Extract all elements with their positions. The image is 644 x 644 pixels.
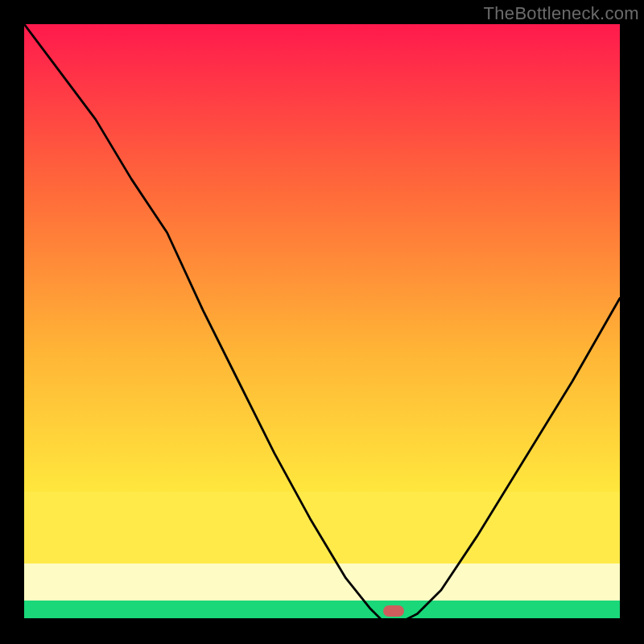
- curve-svg: [24, 24, 620, 620]
- highlight-marker: [383, 605, 404, 617]
- chart-root: TheBottleneck.com: [0, 0, 644, 644]
- watermark-text: TheBottleneck.com: [484, 3, 639, 24]
- plot-area: [24, 24, 620, 620]
- curve-line: [24, 24, 620, 620]
